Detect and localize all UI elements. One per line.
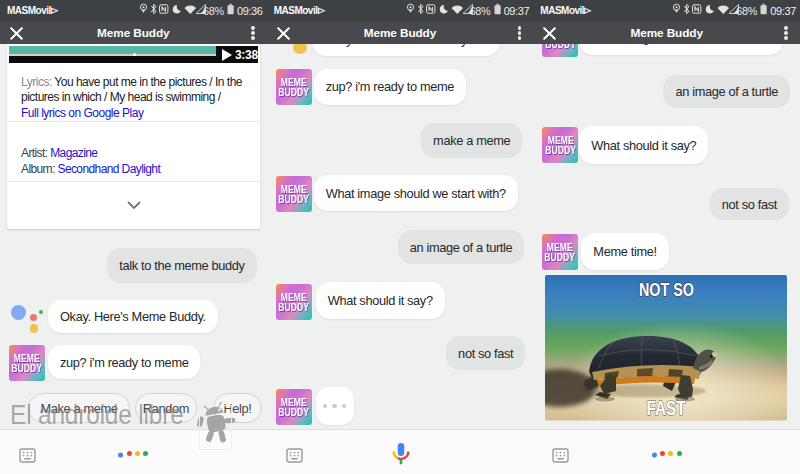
svg-text:NOT SO: NOT SO	[639, 279, 694, 300]
svg-text:FAST: FAST	[646, 396, 685, 419]
